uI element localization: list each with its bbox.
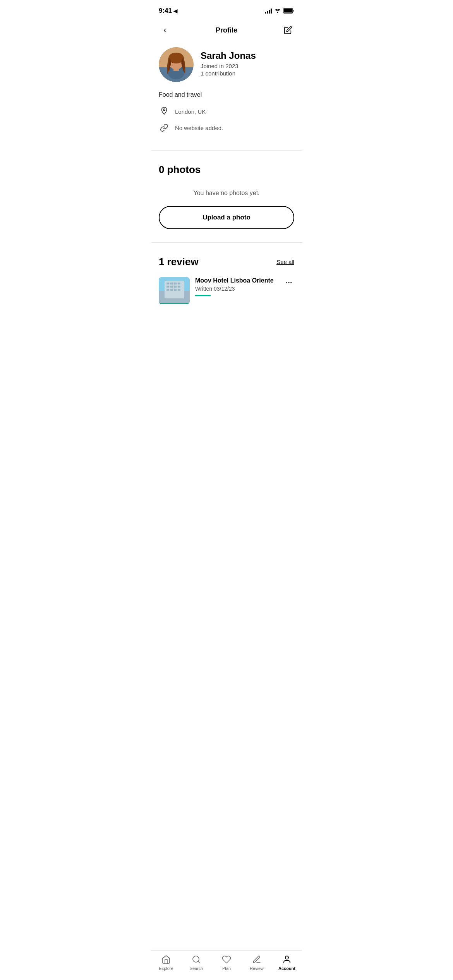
svg-rect-14 — [170, 283, 173, 284]
divider-2 — [151, 242, 302, 243]
svg-point-9 — [163, 109, 165, 111]
review-menu-button[interactable] — [283, 277, 294, 290]
back-button[interactable]: ‹ — [159, 24, 171, 36]
svg-rect-19 — [174, 286, 177, 288]
svg-rect-16 — [178, 283, 180, 284]
review-info: Moov Hotel Lisboa Oriente Written 03/12/… — [195, 277, 294, 296]
svg-rect-22 — [170, 289, 173, 291]
svg-rect-23 — [174, 289, 177, 291]
svg-rect-13 — [166, 283, 169, 284]
bio-text: Food and travel — [159, 91, 294, 98]
location-icon — [159, 106, 170, 117]
reviews-section: 1 review See all — [151, 247, 302, 314]
svg-rect-17 — [166, 286, 169, 288]
see-all-link[interactable]: See all — [276, 259, 294, 265]
reviews-header: 1 review See all — [159, 256, 294, 268]
review-card: Moov Hotel Lisboa Oriente Written 03/12/… — [159, 274, 294, 307]
page-title: Profile — [216, 26, 237, 34]
link-icon — [159, 122, 170, 133]
svg-point-27 — [288, 282, 289, 283]
svg-rect-20 — [178, 286, 180, 288]
profile-joined: Joined in 2023 — [201, 63, 256, 69]
profile-info: Sarah Jonas Joined in 2023 1 contributio… — [201, 47, 256, 77]
status-time: 9:41 ◀ — [159, 7, 177, 15]
profile-name: Sarah Jonas — [201, 50, 256, 61]
svg-rect-25 — [159, 303, 190, 304]
svg-rect-15 — [174, 283, 177, 284]
svg-rect-21 — [166, 289, 169, 291]
photos-section: 0 photos You have no photos yet. Upload … — [151, 154, 302, 238]
svg-point-28 — [290, 282, 292, 283]
signal-icon — [265, 8, 272, 14]
location-item: London, UK — [159, 106, 294, 117]
status-icons — [265, 8, 294, 14]
reviews-title: 1 review — [159, 256, 199, 268]
edit-button[interactable] — [282, 24, 294, 36]
time-display: 9:41 — [159, 7, 172, 15]
svg-rect-18 — [170, 286, 173, 288]
divider-1 — [151, 150, 302, 151]
location-arrow-icon: ◀ — [173, 8, 177, 14]
avatar-image — [159, 47, 194, 82]
location-text: London, UK — [175, 108, 206, 115]
status-bar: 9:41 ◀ — [151, 0, 302, 19]
svg-rect-1 — [284, 9, 292, 13]
photos-title: 0 photos — [159, 164, 294, 176]
profile-contributions: 1 contribution — [201, 70, 256, 77]
website-text: No website added. — [175, 125, 223, 131]
avatar — [159, 47, 194, 82]
bio-section: Food and travel London, UK No website ad… — [151, 90, 302, 146]
battery-icon — [283, 8, 294, 14]
svg-rect-24 — [178, 289, 180, 291]
review-date: Written 03/12/23 — [195, 286, 294, 292]
photos-empty-message: You have no photos yet. — [159, 182, 294, 206]
svg-point-26 — [286, 282, 287, 283]
review-bar — [195, 295, 211, 296]
upload-photo-button[interactable]: Upload a photo — [159, 206, 294, 229]
back-arrow-icon: ‹ — [163, 25, 166, 35]
website-item: No website added. — [159, 122, 294, 133]
review-hotel-name: Moov Hotel Lisboa Oriente — [195, 277, 294, 284]
page-header: ‹ Profile — [151, 19, 302, 41]
edit-icon — [284, 26, 292, 34]
review-thumbnail — [159, 277, 190, 304]
wifi-icon — [274, 8, 281, 14]
profile-section: Sarah Jonas Joined in 2023 1 contributio… — [151, 41, 302, 90]
